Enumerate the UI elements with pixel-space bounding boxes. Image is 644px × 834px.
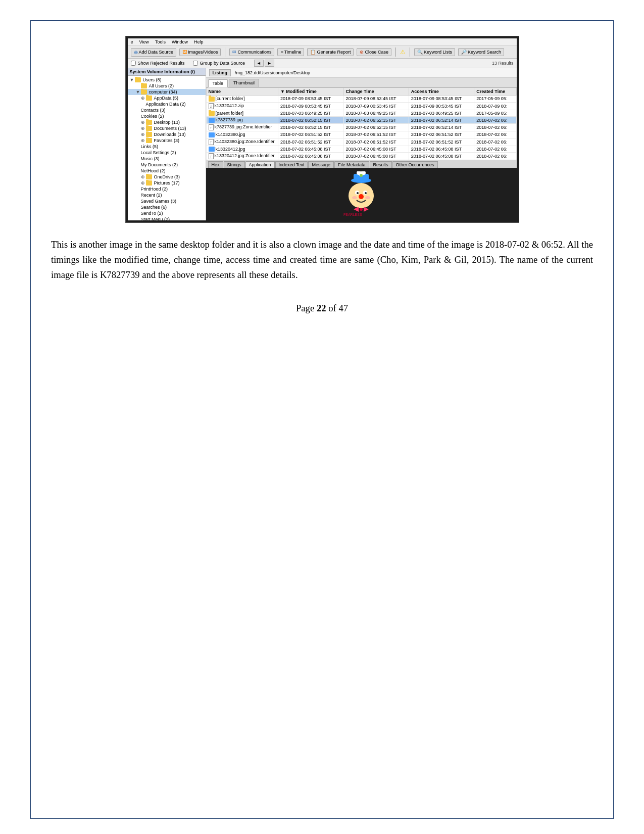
keyword-lists-button[interactable]: 🔍 Keyword Lists <box>414 48 455 56</box>
add-data-source-label: Add Data Source <box>139 50 174 55</box>
parent-folder-icon <box>209 111 215 116</box>
col-created: Created Time <box>474 88 516 96</box>
svg-point-10 <box>365 192 367 194</box>
sidebar-item-nethood[interactable]: NetHood (2) <box>128 168 206 174</box>
table-row[interactable]: Tk13320412.jpg:Zone.Identifier 2018-07-0… <box>206 153 516 160</box>
table-row[interactable]: Zk13320412.zip 2018-07-09 00:53:45 IST 2… <box>206 102 516 110</box>
sidebar-item-computer[interactable]: ▼ computer (34) <box>128 89 206 95</box>
timeline-label: Timeline <box>284 50 302 55</box>
expand-icon-downloads: ⊕ <box>141 132 145 137</box>
sidebar-item-savedgames[interactable]: Saved Games (3) <box>128 198 206 204</box>
screenshot-container: e View Tools Window Help ⊕ Add Data Sour… <box>125 36 519 223</box>
warning-icon: ⚠ <box>400 49 406 56</box>
sidebar-item-printhood[interactable]: PrintHood (2) <box>128 186 206 192</box>
menu-e[interactable]: e <box>131 39 133 44</box>
table-row[interactable]: Tk14032380.jpg:Zone.Identifier 2018-07-0… <box>206 138 516 146</box>
results-count: 13 Results <box>492 61 514 66</box>
sidebar-item-desktop[interactable]: ⊕ Desktop (13) <box>128 119 206 125</box>
generate-report-button[interactable]: 📋 Generate Report <box>307 48 354 56</box>
tab-other-occurrences[interactable]: Other Occurrences <box>392 161 438 168</box>
sidebar-item-favorites[interactable]: ⊕ Favorites (3) <box>128 137 206 144</box>
communications-button[interactable]: ✉ Communications <box>229 48 274 56</box>
sidebar-label-computer: computer (34) <box>149 89 177 95</box>
tab-hex[interactable]: Hex <box>208 161 223 168</box>
clown-preview: FEARLESS <box>338 171 384 217</box>
sidebar-item-startmenu[interactable]: Start Menu (2) <box>128 216 206 220</box>
tab-file-metadata[interactable]: File Metadata <box>334 161 369 168</box>
sidebar-item-links[interactable]: Links (5) <box>128 144 206 150</box>
tab-table[interactable]: Table <box>208 79 228 87</box>
table-row[interactable]: k7827739.jpg 2018-07-02 06:52:15 IST 201… <box>206 117 516 124</box>
sidebar-item-mydocs[interactable]: My Documents (2) <box>128 162 206 168</box>
sidebar-item-users[interactable]: ▼ Users (8) <box>128 77 206 83</box>
sidebar-item-downloads[interactable]: ⊕ Downloads (13) <box>128 131 206 137</box>
add-data-source-button[interactable]: ⊕ Add Data Source <box>131 48 177 57</box>
sidebar-item-pictures[interactable]: ⊕ Pictures (17) <box>128 180 206 186</box>
img-icon-k7827739 <box>209 118 215 123</box>
tab-message[interactable]: Message <box>308 161 334 168</box>
tab-results[interactable]: Results <box>370 161 392 168</box>
expand-icon-favorites: ⊕ <box>141 138 145 143</box>
sidebar-item-recent[interactable]: Recent (2) <box>128 192 206 198</box>
sidebar-item-sendto[interactable]: SendTo (2) <box>128 210 206 216</box>
images-videos-button[interactable]: 🖼 Images/Videos <box>179 48 221 56</box>
table-row[interactable]: Tk7827739.jpg:Zone.Identifier 2018-07-02… <box>206 123 516 131</box>
sidebar-item-onedrive[interactable]: ⊕ OneDrive (3) <box>128 174 206 180</box>
close-case-button[interactable]: ⊗ Close Case <box>357 48 391 56</box>
show-rejected-row: Show Rejected Results <box>131 61 185 66</box>
sidebar-item-documents[interactable]: ⊕ Documents (13) <box>128 125 206 131</box>
group-by-data-checkbox[interactable] <box>193 61 198 66</box>
col-name: Name <box>206 88 278 96</box>
page-number: 22 <box>317 303 326 313</box>
sidebar-label-cookies: Cookies (2) <box>141 114 164 119</box>
svg-marker-13 <box>364 207 369 212</box>
expand-icon-documents: ⊕ <box>141 126 145 131</box>
svg-point-16 <box>365 196 370 199</box>
keyword-search-button[interactable]: 🔎 Keyword Search <box>458 48 504 56</box>
folder-icon-pictures <box>146 180 152 186</box>
table-row[interactable]: k14032380.jpg 2018-07-02 06:51:52 IST 20… <box>206 131 516 138</box>
tab-indexed-text[interactable]: Indexed Text <box>275 161 308 168</box>
folder-icon-computer <box>141 89 147 95</box>
menu-tools[interactable]: Tools <box>155 39 166 44</box>
communications-label: Communications <box>237 50 271 55</box>
tab-thumbnail[interactable]: Thumbnail <box>229 79 259 87</box>
content-panes: System Volume Information (/) ▼ Users (8… <box>128 68 517 220</box>
sidebar-item-searches[interactable]: Searches (6) <box>128 204 206 210</box>
sidebar-item-appdata2[interactable]: Application Data (2) <box>128 101 206 107</box>
report-icon: 📋 <box>310 50 316 55</box>
table-row[interactable]: k13320412.jpg 2018-07-02 06:45:08 IST 20… <box>206 146 516 153</box>
sidebar-item-localsettings[interactable]: Local Settings (2) <box>128 150 206 156</box>
sidebar-label-savedgames: Saved Games (3) <box>141 199 177 204</box>
svg-marker-12 <box>354 207 359 212</box>
keyword-lists-label: Keyword Lists <box>424 50 452 55</box>
tab-strings[interactable]: Strings <box>224 161 245 168</box>
menu-window[interactable]: Window <box>172 39 188 44</box>
sidebar-item-music[interactable]: Music (3) <box>128 156 206 162</box>
sidebar-item-appdata[interactable]: ⊕ AppData (5) <box>128 95 206 101</box>
menu-help[interactable]: Help <box>194 39 204 44</box>
table-row[interactable]: [current folder] 2018-07-09 08:53:45 IST… <box>206 96 516 103</box>
menu-view[interactable]: View <box>139 39 149 44</box>
show-rejected-checkbox[interactable] <box>131 61 136 66</box>
table-row[interactable]: [parent folder] 2018-07-03 06:49:25 IST … <box>206 110 516 117</box>
sidebar-label-onedrive: OneDrive (3) <box>154 174 180 179</box>
sidebar-item-cookies[interactable]: Cookies (2) <box>128 113 206 119</box>
tab-application[interactable]: Application <box>245 161 275 168</box>
file-table: Name ▼ Modified Time Change Time Access … <box>206 87 517 160</box>
sidebar-item-contacts[interactable]: Contacts (3) <box>128 107 206 113</box>
separator-2 <box>395 48 396 57</box>
expand-icon-onedrive: ⊕ <box>141 174 145 179</box>
sidebar-item-allusers[interactable]: All Users (2) <box>128 83 206 89</box>
sidebar-label-appdata: AppData (5) <box>154 96 179 101</box>
svg-text:FEARLESS: FEARLESS <box>343 213 362 216</box>
app-window: e View Tools Window Help ⊕ Add Data Sour… <box>128 38 517 220</box>
svg-point-11 <box>359 194 364 199</box>
nav-prev-button[interactable]: ◄ <box>254 60 264 67</box>
bottom-panel: Hex Strings Application Indexed Text Mes… <box>206 160 517 220</box>
expand-icon-appdata: ⊕ <box>141 96 145 101</box>
nav-next-button[interactable]: ► <box>265 60 274 67</box>
img-icon-k13320412 <box>209 147 215 152</box>
folder-icon-favorites <box>146 138 152 143</box>
timeline-button[interactable]: ≡ Timeline <box>277 48 304 56</box>
